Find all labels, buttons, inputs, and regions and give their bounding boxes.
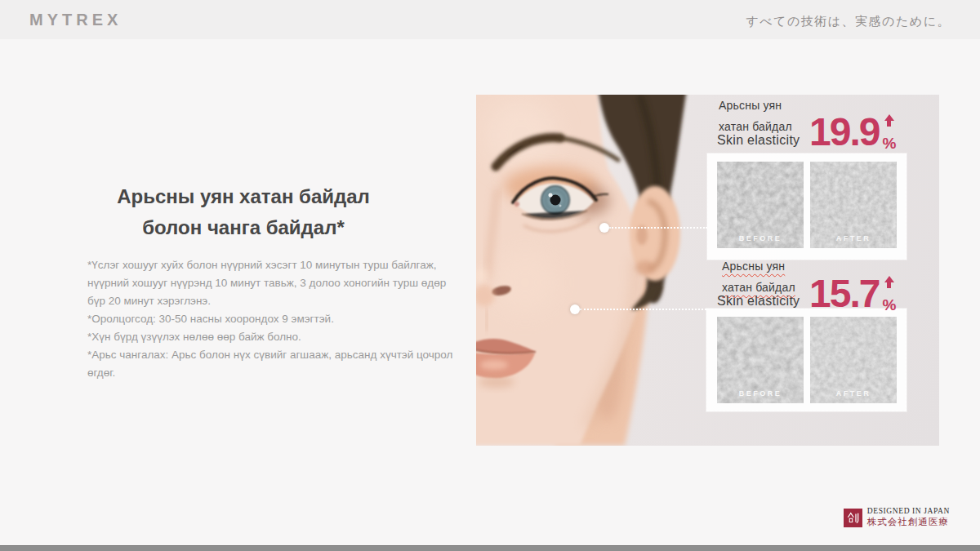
panel2-label-mn-line1: Арьсны уян bbox=[722, 260, 785, 273]
company-name: 株式会社創通医療 bbox=[867, 516, 950, 528]
page-title: Арьсны уян хатан байдал болон чанга байд… bbox=[64, 181, 423, 243]
footnote: *Үслэг хошууг хуйх болон нүүрний хэсэгт … bbox=[87, 256, 457, 310]
before-after-panel-1: BEFORE AFTER bbox=[707, 153, 906, 260]
footnote: *Оролцогсод: 30-50 насны хоорондох 9 эмэ… bbox=[87, 310, 457, 328]
panel2-stat: 15.7 % bbox=[809, 275, 896, 313]
bottom-bar bbox=[0, 545, 980, 551]
panel1-label-mn-line1: Арьсны уян bbox=[719, 99, 782, 112]
footnotes: *Үслэг хошууг хуйх болон нүүрний хэсэгт … bbox=[87, 256, 457, 382]
footnote: *Хүн бүрд үзүүлэх нөлөө өөр байж болно. bbox=[87, 328, 457, 346]
skin-texture-after-2: AFTER bbox=[810, 317, 897, 403]
before-after-panel-2: BEFORE AFTER bbox=[706, 309, 906, 411]
panel1-label-mn-line2: хатан байдал bbox=[719, 120, 792, 133]
page-title-line1: Арьсны уян хатан байдал bbox=[64, 181, 423, 212]
panel1-stat-value: 19.9 bbox=[809, 113, 879, 151]
panel1-stat-unit: % bbox=[882, 136, 896, 151]
panel2-stat-value: 15.7 bbox=[809, 275, 879, 313]
panel1-stat: 19.9 % bbox=[809, 113, 896, 151]
brand-tagline: すべての技術は、実感のために。 bbox=[746, 14, 951, 29]
arrow-up-icon bbox=[884, 114, 894, 127]
skin-texture-before-2: BEFORE bbox=[717, 317, 804, 403]
panel2-stat-unit: % bbox=[882, 297, 896, 313]
top-bar: MYTREX すべての技術は、実感のために。 bbox=[0, 0, 980, 39]
arrow-up-icon bbox=[884, 276, 894, 288]
callout-dot-eye-area bbox=[599, 223, 609, 233]
page-title-line2: болон чанга байдал* bbox=[64, 212, 423, 243]
sou-glyph-icon bbox=[846, 511, 860, 525]
before-label: BEFORE bbox=[717, 389, 804, 398]
footnote: *Арьс чангалах: Арьс болон нүх сүвийг аг… bbox=[87, 346, 457, 382]
slide: MYTREX すべての技術は、実感のために。 Арьсны уян хатан … bbox=[0, 0, 980, 551]
soutsu-logo-mark bbox=[844, 509, 862, 527]
panel2-label-en: Skin elasticity bbox=[717, 294, 800, 309]
panel2-label-mn-line2: хатан байдал bbox=[722, 281, 795, 294]
designed-in-japan-label: DESIGNED IN JAPAN bbox=[867, 507, 950, 515]
callout-line-2 bbox=[580, 309, 706, 310]
skin-texture-after-1: AFTER bbox=[810, 162, 897, 248]
maker-credit: DESIGNED IN JAPAN 株式会社創通医療 bbox=[844, 507, 950, 528]
before-label: BEFORE bbox=[717, 234, 804, 242]
after-label: AFTER bbox=[810, 389, 897, 398]
panel1-label-en: Skin elasticity bbox=[717, 133, 800, 148]
callout-dot-cheek-area bbox=[570, 304, 580, 314]
callout-line-1 bbox=[609, 227, 707, 229]
after-label: AFTER bbox=[810, 234, 897, 242]
skin-texture-before-1: BEFORE bbox=[717, 162, 804, 248]
brand-logo: MYTREX bbox=[29, 11, 122, 29]
